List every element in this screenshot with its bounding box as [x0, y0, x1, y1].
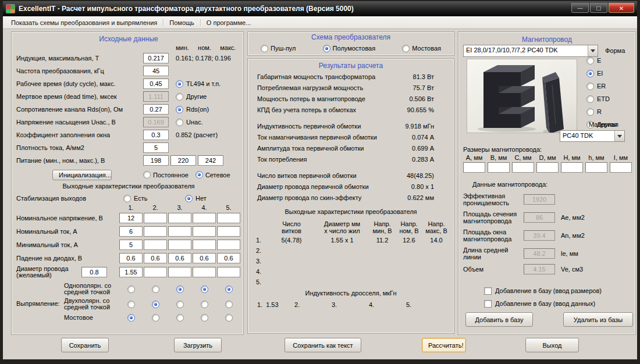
save-button[interactable]: Сохранить [61, 338, 109, 352]
bipolar-radio-5[interactable] [225, 301, 233, 308]
menu-item-help[interactable]: Помощь [165, 18, 199, 27]
other-driver-radio[interactable] [176, 93, 183, 101]
tl494-radio[interactable] [176, 80, 183, 88]
dim-input-i[interactable] [610, 162, 632, 173]
delete-from-database-button[interactable]: Удалить из базы [563, 312, 633, 327]
bridge-radio-5[interactable] [225, 314, 233, 322]
minimal-current-input-2[interactable] [144, 240, 167, 250]
unipolar-radio-1[interactable] [127, 286, 135, 293]
maximize-button[interactable] [590, 3, 607, 13]
menu-item-about[interactable]: О программе... [202, 18, 255, 27]
skin-effect-diameter-label: Диаметр провода по скин-эффекту [257, 194, 361, 201]
other-driver-radio-label: Другие [186, 93, 207, 100]
rds-on-radio[interactable] [176, 106, 183, 113]
results-winding-group: Число витков первичной обмотки48(48.25) … [253, 170, 449, 203]
wire-diameter-input-3[interactable] [168, 267, 191, 277]
bridge-radio-1[interactable] [127, 314, 135, 322]
add-to-database-button[interactable]: Добавить в базу [465, 312, 533, 327]
wire-diameter-input-1[interactable] [119, 267, 143, 277]
wire-diameter-desired-input[interactable] [81, 267, 107, 277]
bipolar-radio-3[interactable] [176, 301, 184, 308]
minimal-current-input-5[interactable] [217, 240, 240, 250]
exit-button[interactable]: Выход [525, 338, 579, 352]
shape-r-radio[interactable] [586, 108, 594, 116]
core-area-value [524, 212, 555, 223]
bridge-radio-4[interactable] [201, 314, 208, 322]
dim-input-a[interactable] [463, 162, 485, 173]
load-button[interactable]: Загрузить [174, 338, 222, 352]
shape-etd-radio[interactable] [586, 95, 594, 103]
shape-e-radio[interactable] [586, 57, 594, 65]
nominal-voltage-input-1[interactable] [119, 213, 143, 223]
nominal-current-input-5[interactable] [217, 226, 240, 237]
minimize-button[interactable]: — [571, 3, 589, 13]
nominal-voltage-input-2[interactable] [144, 213, 167, 223]
nominal-current-input-2[interactable] [144, 226, 167, 237]
bridge-radio-2[interactable] [152, 314, 159, 322]
dim-input-c[interactable] [512, 162, 534, 173]
output-table: Числовитков Диаметр ммх число жил Напр.м… [253, 220, 449, 287]
rds-on-input[interactable] [143, 104, 169, 115]
usat-radio[interactable] [176, 119, 183, 126]
save-as-text-button[interactable]: Сохранить как текст [285, 338, 361, 352]
half-bridge-radio[interactable] [323, 45, 330, 52]
efficiency-label: КПД без учета потерь в обмотках [257, 106, 356, 113]
dim-input-b[interactable] [488, 162, 510, 173]
diode-drop-input-5[interactable] [217, 253, 240, 263]
bridge-scheme-radio[interactable] [402, 45, 410, 52]
stab-yes-radio[interactable] [123, 195, 131, 202]
supply-max-input[interactable] [198, 155, 223, 166]
bipolar-radio-4[interactable] [201, 301, 208, 308]
diode-drop-input-3[interactable] [168, 253, 191, 263]
nominal-voltage-input-3[interactable] [168, 213, 191, 223]
diode-drop-input-1[interactable] [119, 253, 143, 263]
dim-input-h-small[interactable] [585, 162, 607, 173]
add-by-size-checkbox[interactable] [484, 287, 492, 295]
nominal-voltage-input-4[interactable] [193, 213, 216, 223]
bipolar-radio-1[interactable] [127, 301, 135, 308]
nominal-current-input-3[interactable] [168, 226, 191, 237]
minimal-current-input-3[interactable] [168, 240, 191, 250]
dead-time-input[interactable] [143, 91, 169, 102]
saturation-voltage-input[interactable] [143, 117, 169, 127]
dim-input-d[interactable] [536, 162, 559, 173]
push-pull-radio[interactable] [261, 45, 268, 52]
duty-cycle-input[interactable] [143, 78, 169, 89]
nominal-current-input-4[interactable] [193, 226, 216, 237]
dc-supply-radio[interactable] [143, 171, 151, 179]
dim-input-h-big[interactable] [561, 162, 583, 173]
shape-er-radio[interactable] [586, 83, 594, 90]
mains-supply-radio[interactable] [195, 171, 203, 179]
core-type-dropdown[interactable]: EI 28,0/17,0/10,7/7,2 PC40 TDK [463, 45, 598, 57]
supply-nom-input[interactable] [170, 155, 196, 166]
frequency-input[interactable] [143, 66, 169, 76]
minimal-current-input-4[interactable] [193, 240, 216, 250]
nominal-voltage-input-5[interactable] [217, 213, 240, 223]
diode-drop-input-4[interactable] [193, 253, 216, 263]
unipolar-radio-4[interactable] [201, 286, 208, 293]
bipolar-radio-2[interactable] [152, 301, 159, 308]
shape-ei-radio[interactable] [586, 70, 594, 77]
unipolar-radio-3[interactable] [176, 286, 184, 293]
window-fill-input[interactable] [143, 130, 169, 140]
wire-diameter-input-5[interactable] [217, 267, 240, 277]
supply-min-input[interactable] [143, 155, 169, 166]
minimal-current-input-1[interactable] [119, 240, 143, 250]
diode-drop-input-2[interactable] [144, 253, 167, 263]
current-density-input[interactable] [143, 142, 169, 153]
wire-diameter-input-4[interactable] [193, 267, 216, 277]
stab-no-radio[interactable] [185, 195, 193, 202]
initialization-button[interactable]: Инициализация... [52, 170, 112, 180]
close-button[interactable]: ✕ [609, 3, 634, 13]
induction-input[interactable] [143, 53, 169, 63]
unipolar-radio-2[interactable] [152, 286, 159, 293]
dropdown-arrow-icon[interactable] [614, 131, 624, 141]
add-by-data-checkbox[interactable] [484, 300, 492, 308]
unipolar-radio-5[interactable] [225, 286, 233, 293]
wire-diameter-input-2[interactable] [144, 267, 167, 277]
material-dropdown[interactable]: PC40 TDK [560, 130, 625, 142]
bridge-radio-3[interactable] [176, 314, 184, 322]
calculate-button[interactable]: Рассчитать! [422, 338, 466, 352]
menu-item-schemes[interactable]: Показать схемы преобразования и выпрямле… [6, 18, 162, 27]
nominal-current-input-1[interactable] [119, 226, 143, 237]
